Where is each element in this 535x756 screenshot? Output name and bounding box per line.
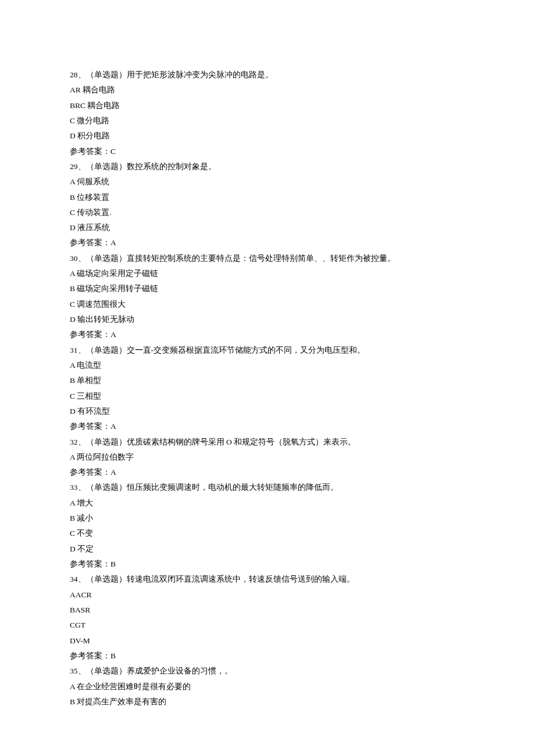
text-line: A 增大 [70,496,465,511]
text-line: 32、（单选题）优质碳素结构钢的牌号采用 O 和规定符号（脱氧方式）来表示。 [70,435,465,450]
text-line: B 磁场定向采用转子磁链 [70,281,465,296]
text-line: 参考答案：C [70,144,465,159]
text-line: C 微分电路 [70,113,465,128]
text-line: B 位移装置 [70,190,465,205]
text-line: 31、（单选题）交一直-交变频器根据直流环节储能方式的不同，又分为电压型和。 [70,343,465,358]
text-line: C 传动装置. [70,205,465,220]
text-line: A 两位阿拉伯数字 [70,450,465,465]
text-line: CGT [70,618,465,633]
text-line: AR 耦合电路 [70,83,465,98]
text-line: D 液压系统 [70,220,465,235]
text-line: A 磁场定向采用定子磁链 [70,266,465,281]
text-line: 参考答案：B [70,648,465,664]
text-line: D 积分电路 [70,128,465,144]
text-line: 29、（单选题）数控系统的控制对象是。 [70,159,465,174]
text-line: 参考答案：A [70,327,465,342]
text-line: A 电流型 [70,358,465,373]
text-line: AACR [70,587,465,603]
text-line: B 对提高生产效率是有害的 [70,694,465,710]
text-line: 34、（单选题）转速电流双闭环直流调速系统中，转速反馈信号送到的输入端。 [70,572,465,587]
text-line: A 伺服系统 [70,174,465,189]
text-line: D 不定 [70,542,465,557]
text-line: BRC 耦合电路 [70,98,465,113]
text-line: C 不变 [70,526,465,541]
text-line: 28、（单选题）用于把矩形波脉冲变为尖脉冲的电路是。 [70,67,465,83]
text-line: 30、（单选题）直接转矩控制系统的主要特点是：信号处理特别简单、、转矩作为被控量… [70,251,465,266]
document-page: 28、（单选题）用于把矩形波脉冲变为尖脉冲的电路是。 AR 耦合电路 BRC 耦… [0,0,535,744]
text-line: 35、（单选题）养成爱护企业设备的习惯，。 [70,664,465,679]
text-line: 参考答案：B [70,557,465,572]
text-line: BASR [70,603,465,618]
text-line: D 输出转矩无脉动 [70,312,465,327]
text-line: C 三相型 [70,389,465,404]
text-line: 33、（单选题）恒压频比变频调速时，电动机的最大转矩随频率的降低而。 [70,480,465,495]
text-line: C 调速范围很大 [70,297,465,312]
text-line: B 单相型 [70,373,465,388]
text-line: A 在企业经营困难时是很有必要的 [70,679,465,694]
text-line: B 减小 [70,511,465,526]
text-line: 参考答案：A [70,235,465,250]
text-line: D 有环流型 [70,404,465,419]
text-line: 参考答案：A [70,465,465,480]
text-line: 参考答案：A [70,419,465,434]
text-line: DV-M [70,633,465,648]
